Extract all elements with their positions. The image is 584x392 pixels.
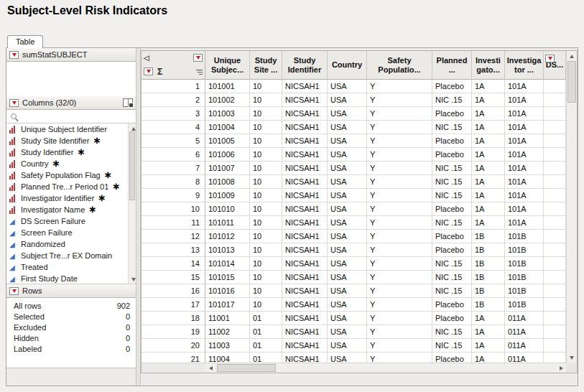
cell[interactable]: 1B	[472, 284, 505, 298]
cell[interactable]: 1A	[472, 216, 505, 230]
cell[interactable]: NICSAH1	[282, 202, 328, 216]
cell[interactable]: USA	[328, 312, 367, 325]
cell[interactable]: NIC .15	[432, 175, 472, 189]
row-number[interactable]: 12	[142, 230, 205, 243]
row-number[interactable]: 4	[142, 121, 205, 134]
rows-stat[interactable]: Labeled0	[6, 343, 136, 354]
cell[interactable]: NICSAH1	[282, 175, 328, 189]
cell[interactable]: Y	[367, 353, 432, 363]
column-header[interactable]: Unique Subjec...	[205, 51, 250, 80]
cell[interactable]: 101011	[205, 216, 250, 230]
grid-rows-red-triangle-icon[interactable]	[144, 67, 153, 75]
cell[interactable]: Placebo	[432, 148, 472, 162]
columns-list-scrollbar[interactable]	[128, 123, 136, 284]
cell[interactable]: 101A	[505, 148, 544, 162]
cell[interactable]: 1A	[472, 202, 505, 216]
row-order-icon[interactable]	[195, 68, 203, 75]
rows-stat[interactable]: Hidden0	[6, 332, 136, 343]
cell[interactable]: 10	[250, 107, 282, 121]
cell[interactable]: Y	[367, 162, 432, 175]
row-number[interactable]: 9	[142, 189, 205, 202]
cell[interactable]: Y	[367, 189, 432, 202]
cell[interactable]: 10	[250, 189, 282, 202]
cell[interactable]: NICSAH1	[282, 216, 328, 230]
cell[interactable]: Y	[367, 175, 432, 189]
cell[interactable]: 1A	[472, 80, 505, 93]
cell[interactable]: 1B	[472, 271, 505, 284]
cell[interactable]: 1A	[472, 134, 505, 148]
cell[interactable]: NICSAH1	[282, 243, 328, 257]
cell[interactable]: USA	[328, 148, 367, 162]
cell[interactable]: USA	[328, 271, 367, 284]
rows-red-triangle-icon[interactable]	[9, 287, 19, 295]
cell[interactable]: 101A	[505, 80, 544, 93]
cell[interactable]: 011A	[505, 312, 544, 325]
cell[interactable]: Y	[367, 230, 432, 243]
cell[interactable]	[544, 298, 566, 312]
cell[interactable]: 101A	[505, 121, 544, 134]
column-list-item[interactable]: ◢Screen Failure	[6, 227, 136, 238]
cell[interactable]: USA	[328, 298, 367, 312]
cell[interactable]: 101A	[505, 93, 544, 107]
cell[interactable]: Y	[367, 80, 432, 93]
row-number[interactable]: 16	[142, 284, 205, 298]
cell[interactable]: USA	[328, 216, 367, 230]
cell[interactable]	[544, 216, 566, 230]
cell[interactable]: USA	[328, 202, 367, 216]
cell[interactable]: 1A	[472, 162, 505, 175]
cell[interactable]: NIC .15	[432, 284, 472, 298]
cell[interactable]	[544, 312, 566, 325]
cell[interactable]: 10	[250, 80, 282, 93]
cell[interactable]: 1A	[472, 189, 505, 202]
cell[interactable]: 101A	[505, 107, 544, 121]
cell[interactable]: USA	[328, 162, 367, 175]
cell[interactable]: 101016	[205, 284, 250, 298]
column-header[interactable]: Country	[328, 51, 367, 80]
cell[interactable]: Placebo	[432, 312, 472, 325]
cell[interactable]: 10	[250, 175, 282, 189]
cell[interactable]: NICSAH1	[282, 325, 328, 339]
column-list-item[interactable]: Study Site Identifier∗	[6, 135, 136, 146]
horizontal-scrollbar[interactable]	[205, 363, 566, 373]
cell[interactable]: 1A	[472, 325, 505, 339]
cell[interactable]: Placebo	[432, 298, 472, 312]
cell[interactable]: Y	[367, 312, 432, 325]
cell[interactable]: Y	[367, 202, 432, 216]
cell[interactable]	[544, 175, 566, 189]
cell[interactable]: USA	[328, 189, 367, 202]
cell[interactable]: 101A	[505, 189, 544, 202]
cell[interactable]: NIC .15	[432, 121, 472, 134]
cell[interactable]: 101B	[505, 230, 544, 243]
cell[interactable]: Placebo	[432, 230, 472, 243]
cell[interactable]: NIC .15	[432, 339, 472, 353]
cell[interactable]	[544, 271, 566, 284]
cell[interactable]	[544, 339, 566, 353]
rows-stat[interactable]: Selected0	[6, 311, 136, 322]
cell[interactable]: NICSAH1	[282, 93, 328, 107]
cell[interactable]: 011A	[505, 353, 544, 363]
horizontal-scroll-thumb[interactable]	[217, 364, 276, 372]
cell[interactable]: NICSAH1	[282, 312, 328, 325]
cell[interactable]: 101A	[505, 162, 544, 175]
column-list-item[interactable]: ◢First Study Date	[6, 273, 136, 284]
cell[interactable]: 10	[250, 134, 282, 148]
cell[interactable]: 101003	[205, 107, 250, 121]
column-list-item[interactable]: ◢DS Screen Failure	[6, 215, 136, 227]
cell[interactable]: NICSAH1	[282, 298, 328, 312]
cell[interactable]: NICSAH1	[282, 80, 328, 93]
column-header[interactable]: Investigator ...	[505, 51, 544, 80]
cell[interactable]	[544, 148, 566, 162]
row-number[interactable]: 1	[142, 80, 205, 93]
cell[interactable]: NIC .15	[432, 271, 472, 284]
cell[interactable]: 10	[250, 257, 282, 271]
cell[interactable]: 11002	[205, 325, 250, 339]
cell[interactable]: Placebo	[432, 80, 472, 93]
column-list-item[interactable]: ◢Randomized	[6, 238, 136, 250]
cell[interactable]: 01	[250, 353, 282, 363]
cell[interactable]: 101012	[205, 230, 250, 243]
cell[interactable]: Y	[367, 121, 432, 134]
cell[interactable]: Placebo	[432, 107, 472, 121]
row-number[interactable]: 8	[142, 175, 205, 189]
cell[interactable]: 1A	[472, 339, 505, 353]
cell[interactable]: 101006	[205, 148, 250, 162]
